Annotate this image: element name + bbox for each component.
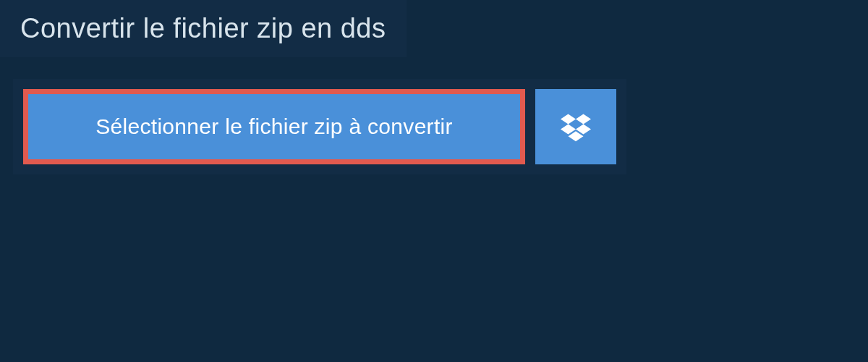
upload-section: Sélectionner le fichier zip à convertir <box>13 79 626 174</box>
dropbox-button[interactable] <box>535 89 616 164</box>
header-bar: Convertir le fichier zip en dds <box>0 0 407 57</box>
page-title: Convertir le fichier zip en dds <box>20 13 386 44</box>
dropbox-icon <box>561 111 591 142</box>
select-file-label: Sélectionner le fichier zip à convertir <box>95 114 453 139</box>
select-file-button[interactable]: Sélectionner le fichier zip à convertir <box>23 89 525 164</box>
